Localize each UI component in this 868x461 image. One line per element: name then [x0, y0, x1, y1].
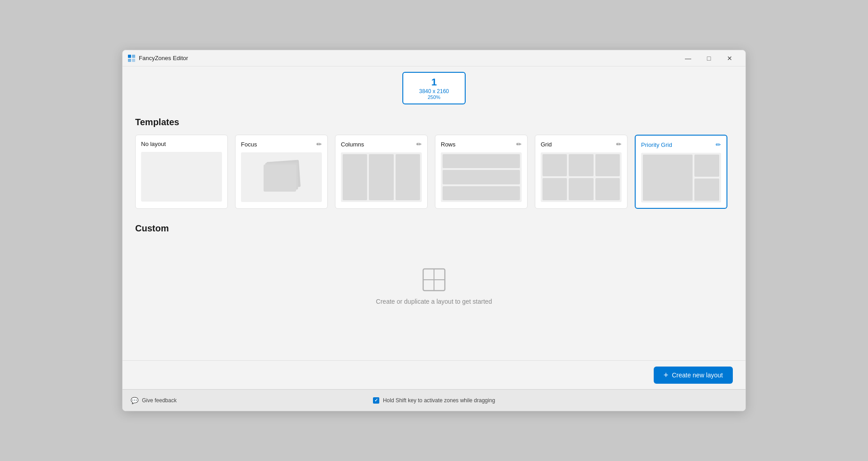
- col-block-2: [369, 154, 393, 200]
- template-label-columns: Columns: [341, 141, 364, 148]
- grid-block-6: [595, 178, 620, 200]
- preview-grid: [541, 152, 622, 202]
- main-window: FancyZones Editor — □ ✕ 1 3840 x 2160 25…: [122, 50, 746, 411]
- grid-block-1: [542, 154, 567, 176]
- close-button[interactable]: ✕: [719, 51, 740, 66]
- create-btn-plus-icon: +: [664, 371, 669, 379]
- svg-rect-2: [128, 59, 131, 62]
- edit-icon-columns[interactable]: ✏: [416, 141, 422, 148]
- template-label-grid: Grid: [541, 141, 552, 148]
- priority-main-block: [643, 155, 693, 201]
- priority-side-block-1: [694, 155, 719, 177]
- row-block-3: [443, 186, 520, 200]
- template-card-priority-grid[interactable]: Priority Grid ✏: [635, 135, 727, 209]
- template-preview-no-layout: [141, 152, 222, 202]
- template-card-no-layout[interactable]: No layout: [135, 135, 228, 209]
- footer-shift-hint: ✓ Hold Shift key to activate zones while…: [333, 397, 535, 404]
- create-btn-label: Create new layout: [672, 372, 723, 379]
- template-preview-priority: [641, 153, 721, 202]
- main-content: Templates No layout Focus ✏: [123, 108, 745, 389]
- grid-block-3: [595, 154, 620, 176]
- template-card-header-focus: Focus ✏: [241, 141, 322, 148]
- template-card-grid[interactable]: Grid ✏: [535, 135, 627, 209]
- monitor-bar: 1 3840 x 2160 250%: [123, 66, 745, 108]
- template-label-rows: Rows: [441, 141, 456, 148]
- monitor-number: 1: [416, 76, 452, 88]
- template-preview-columns: [341, 152, 422, 202]
- monitor-card[interactable]: 1 3840 x 2160 250%: [402, 72, 466, 104]
- template-preview-focus: [241, 152, 322, 202]
- templates-section-title: Templates: [135, 117, 733, 127]
- edit-icon-focus[interactable]: ✏: [316, 141, 322, 148]
- monitor-zoom: 250%: [416, 94, 452, 100]
- template-card-header-columns: Columns ✏: [341, 141, 422, 148]
- grid-block-5: [569, 178, 593, 200]
- col-block-1: [343, 154, 367, 200]
- preview-empty: [141, 152, 222, 202]
- checkbox-icon: ✓: [373, 397, 379, 404]
- preview-focus: [241, 152, 322, 202]
- custom-empty-state: Create or duplicate a layout to get star…: [135, 241, 733, 323]
- custom-section-title: Custom: [135, 223, 733, 234]
- maximize-button[interactable]: □: [698, 51, 719, 66]
- template-card-header: No layout: [141, 141, 222, 147]
- edit-icon-priority-grid[interactable]: ✏: [716, 141, 721, 148]
- feedback-icon: 💬: [131, 397, 138, 404]
- template-card-header-priority: Priority Grid ✏: [641, 141, 721, 148]
- template-label-focus: Focus: [241, 141, 257, 148]
- svg-rect-3: [132, 59, 135, 62]
- template-card-focus[interactable]: Focus ✏: [235, 135, 328, 209]
- preview-priority: [641, 153, 721, 202]
- bottom-bar: + Create new layout: [123, 360, 745, 389]
- edit-icon-grid[interactable]: ✏: [616, 141, 622, 148]
- template-preview-rows: [441, 152, 522, 202]
- preview-columns: [341, 152, 422, 202]
- window-controls: — □ ✕: [678, 51, 740, 66]
- template-label-no-layout: No layout: [141, 141, 166, 147]
- template-card-header-grid: Grid ✏: [541, 141, 622, 148]
- window-title: FancyZones Editor: [139, 55, 678, 61]
- create-new-layout-button[interactable]: + Create new layout: [654, 367, 733, 384]
- svg-rect-0: [128, 55, 131, 58]
- templates-grid: No layout Focus ✏: [135, 135, 733, 209]
- minimize-button[interactable]: —: [678, 51, 698, 66]
- app-icon: [128, 55, 135, 62]
- focus-card-1: [264, 165, 296, 192]
- template-card-columns[interactable]: Columns ✏: [335, 135, 428, 209]
- template-label-priority-grid: Priority Grid: [641, 141, 672, 148]
- svg-rect-1: [132, 55, 135, 58]
- footer-bar: 💬 Give feedback ✓ Hold Shift key to acti…: [123, 389, 745, 411]
- monitor-resolution: 3840 x 2160: [416, 88, 452, 94]
- footer-feedback: 💬 Give feedback: [131, 397, 333, 404]
- priority-side-block-2: [694, 179, 719, 201]
- focus-stack: [264, 161, 300, 193]
- template-preview-grid: [541, 152, 622, 202]
- row-block-2: [443, 170, 520, 184]
- preview-rows: [441, 152, 522, 202]
- grid-block-2: [569, 154, 593, 176]
- footer-shift-label: Hold Shift key to activate zones while d…: [383, 397, 495, 404]
- footer-feedback-label[interactable]: Give feedback: [142, 397, 177, 404]
- row-block-1: [443, 154, 520, 168]
- titlebar: FancyZones Editor — □ ✕: [123, 50, 745, 66]
- custom-empty-text: Create or duplicate a layout to get star…: [376, 298, 492, 305]
- custom-empty-icon: [422, 268, 446, 292]
- template-card-rows[interactable]: Rows ✏: [435, 135, 528, 209]
- edit-icon-rows[interactable]: ✏: [516, 141, 522, 148]
- template-card-header-rows: Rows ✏: [441, 141, 522, 148]
- col-block-3: [396, 154, 420, 200]
- grid-block-4: [542, 178, 567, 200]
